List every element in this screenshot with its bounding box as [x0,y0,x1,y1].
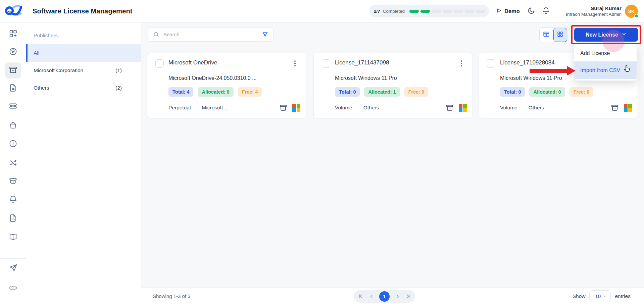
new-license-button[interactable]: New License [574,28,638,42]
total-badge: Total: 0 [335,87,360,97]
sidebar-item-send[interactable] [5,260,21,276]
chevron-down-icon [622,32,627,38]
publisher-count: (2) [115,85,122,91]
archive-box-icon[interactable] [279,104,287,112]
sidebar-item-alerts[interactable] [5,136,21,152]
first-page-button[interactable] [358,293,364,299]
show-label: Show [573,293,586,299]
paper-plane-icon [9,263,17,273]
shuffle-icon [9,158,17,168]
table-view-icon [543,31,550,39]
demo-label: Demo [504,8,520,14]
publisher-count: (1) [115,67,122,73]
pagination-bar: Showing 1-3 of 3 1 Show 10 [141,288,644,304]
filter-icon[interactable] [262,31,268,38]
archive-icon [9,65,17,75]
license-type: Volume [335,105,352,111]
sidebar-item-knowledge[interactable] [5,230,21,246]
publisher-label: Microsoft Corporation [34,67,83,73]
user-role: Infraon Management Admin [566,11,622,17]
package-icon [9,176,17,187]
card-checkbox[interactable] [487,59,495,68]
license-product: Microsoft OneDrive-24.050.0310.0 ... [168,75,256,81]
theme-toggle-button[interactable] [527,0,535,22]
book-icon [9,233,17,243]
list-view-button[interactable] [540,28,553,42]
free-badge: Free: 0 [404,87,429,97]
sidebar-item-workflows[interactable] [5,155,21,171]
license-name: License_1711437098 [335,59,389,66]
archive-box-icon[interactable] [446,104,454,112]
app-logo[interactable] [0,0,26,22]
view-toggle [539,28,567,42]
sidebar-item-assets[interactable] [5,173,21,190]
sidebar-item-licenses-active[interactable] [5,62,21,79]
sidebar-item-tickets[interactable] [5,99,21,115]
sidebar-item-reports[interactable] [5,211,21,227]
sidebar-item-dashboard[interactable] [5,44,21,60]
card-footer: Volume Others [335,102,466,113]
progress-fraction: 2/7 [374,9,380,14]
license-card[interactable]: Microsoft OneDrive Microsoft OneDrive-24… [147,53,306,118]
software-license-management-page: Software License Management 2/7 Complete… [0,0,644,304]
fish-logo-muted-icon [9,284,17,294]
chevron-down-icon [603,294,607,298]
allocated-badge: Allocated: 0 [529,87,565,97]
user-info[interactable]: Suraj Kumar Infraon Management Admin [544,0,622,22]
page-size-select[interactable]: 10 [589,290,611,302]
license-publisher: Microsoft ... [202,105,229,111]
user-name: Suraj Kumar [591,5,622,11]
avatar[interactable]: SK [625,5,638,18]
demo-button[interactable]: Demo [496,0,520,22]
license-product: Microsoft Windows 11 Pro [500,75,562,81]
gauge-icon [9,47,17,57]
document-icon [9,84,17,94]
sidebar-item-documents[interactable] [5,81,21,97]
page-size-control: Show 10 entries [573,288,631,304]
search-divider [257,30,257,39]
entries-label: entries [615,293,631,299]
publisher-filter-all[interactable]: All [26,44,141,62]
kebab-menu-icon[interactable] [457,59,466,68]
card-footer: Perpetual Microsoft ... [168,102,300,113]
alert-circle-icon [9,139,17,149]
search-box [148,27,274,42]
grid-view-icon [556,31,564,39]
report-icon [9,214,17,224]
ticket-icon [9,102,17,112]
last-page-button[interactable] [405,293,411,299]
kebab-menu-icon[interactable] [291,59,299,68]
badge-row: Total: 0 Allocated: 1 Free: 0 [335,87,428,97]
sidebar-item-purchases[interactable] [5,118,21,134]
publisher-filter-others[interactable]: Others (2) [26,79,141,97]
archive-box-icon[interactable] [611,104,619,112]
bell-outline-icon [9,195,17,205]
menu-item-add-license[interactable]: Add License [574,45,637,61]
license-product: Microsoft Windows 11 Pro [335,75,397,81]
license-publisher: Others [363,105,379,111]
icon-sidebar [0,22,26,304]
license-card[interactable]: License_1711437098 Microsoft Windows 11 … [313,53,473,118]
search-input[interactable] [163,32,257,37]
publishers-heading: Publishers [34,33,58,39]
menu-item-label: Add License [580,50,610,56]
sidebar-item-apps[interactable] [5,26,21,42]
license-publisher: Others [529,105,544,111]
license-name: License_1710928084 [500,59,555,66]
previous-page-button[interactable] [369,294,375,299]
sidebar-item-brand[interactable] [5,281,21,297]
grid-view-button[interactable] [553,28,567,42]
fish-logo-icon [4,4,22,19]
sidebar-item-notifications[interactable] [5,192,21,208]
publisher-filter-microsoft[interactable]: Microsoft Corporation (1) [26,62,141,79]
page-number-button[interactable]: 1 [379,291,390,302]
card-checkbox[interactable] [322,59,330,68]
apps-plus-icon [9,29,17,39]
allocated-badge: Allocated: 0 [198,87,233,97]
progress-segments [409,10,485,13]
menu-item-label: Import from CSV [580,67,620,73]
next-page-button[interactable] [395,294,400,299]
card-checkbox[interactable] [155,59,164,68]
microsoft-logo-icon [292,104,300,112]
menu-item-import-from-csv[interactable]: Import from CSV [574,61,637,79]
